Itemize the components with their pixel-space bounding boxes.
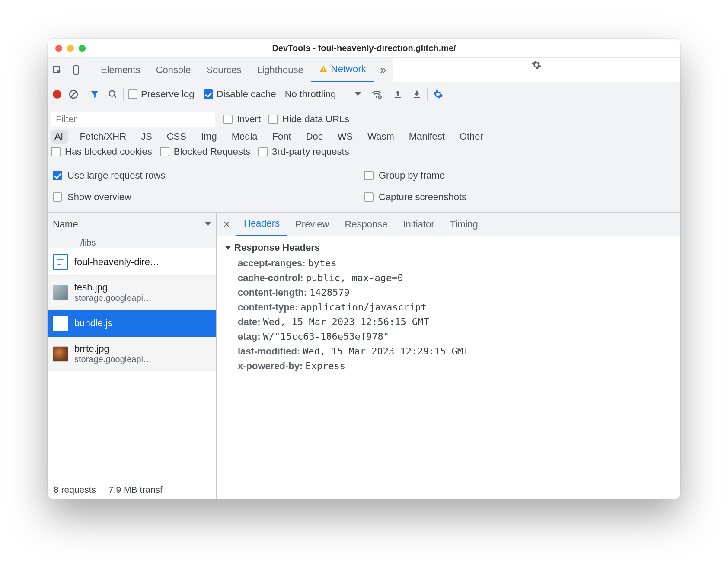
request-detail-pane: ✕ HeadersPreviewResponseInitiatorTiming … [217, 213, 680, 499]
type-chip-fetchxhr[interactable]: Fetch/XHR [76, 130, 130, 144]
type-chip-ws[interactable]: WS [334, 130, 356, 144]
request-domain: storage.googleapi… [74, 354, 152, 364]
detail-tab-initiator[interactable]: Initiator [395, 213, 442, 236]
device-toolbar-icon[interactable] [67, 58, 86, 82]
type-chip-other[interactable]: Other [456, 130, 487, 144]
header-value: Wed, 15 Mar 2023 12:56:15 GMT [263, 316, 429, 327]
request-rows: /libs foul-heavenly-dire…fesh.jpgstorage… [48, 236, 216, 480]
detail-tab-response[interactable]: Response [337, 213, 395, 236]
tab-elements[interactable]: Elements [93, 58, 148, 82]
type-chip-img[interactable]: Img [198, 130, 220, 144]
network-conditions-icon[interactable] [370, 88, 383, 100]
upload-har-icon[interactable] [392, 88, 404, 100]
section-label: Response Headers [234, 242, 320, 253]
inspect-element-icon[interactable] [48, 58, 67, 82]
header-row: x-powered-by:Express [238, 361, 673, 372]
type-chip-js[interactable]: JS [137, 130, 156, 144]
request-list-pane: Name /libs foul-heavenly-dire…fesh.jpgst… [48, 213, 217, 499]
throttling-select[interactable]: No throttling [285, 89, 361, 100]
invert-label: Invert [237, 114, 261, 125]
svg-rect-14 [414, 97, 420, 98]
disclosure-triangle-icon [225, 246, 231, 250]
disable-cache-checkbox[interactable] [204, 89, 213, 99]
zoom-window-button[interactable] [79, 45, 86, 52]
tab-sources[interactable]: Sources [198, 58, 249, 82]
has-blocked-cookies-label: Has blocked cookies [65, 146, 152, 157]
document-icon [53, 254, 68, 270]
headers-body: Response Headers accept-ranges:bytescach… [217, 236, 680, 499]
response-headers-section[interactable]: Response Headers [225, 242, 673, 253]
group-by-frame-checkbox[interactable] [364, 171, 374, 180]
blocked-requests-checkbox[interactable] [160, 147, 169, 156]
request-row[interactable]: foul-heavenly-dire… [48, 248, 216, 276]
detail-tab-timing[interactable]: Timing [442, 213, 486, 236]
svg-rect-3 [323, 70, 324, 71]
svg-line-8 [70, 91, 77, 97]
svg-rect-2 [323, 68, 324, 70]
request-name: bundle.js [74, 318, 112, 329]
requests-count: 8 requests [48, 480, 102, 499]
header-row: etag:W/"15cc63-186e53ef978" [238, 331, 673, 342]
header-row: content-length:1428579 [238, 287, 673, 298]
close-window-button[interactable] [55, 45, 62, 52]
type-chip-doc[interactable]: Doc [303, 130, 326, 144]
resource-type-filters: AllFetch/XHRJSCSSImgMediaFontDocWSWasmMa… [51, 130, 677, 144]
detail-tab-headers[interactable]: Headers [236, 213, 287, 236]
header-value: Express [305, 361, 345, 371]
type-chip-css[interactable]: CSS [163, 130, 190, 144]
hide-data-urls-checkbox[interactable] [268, 115, 278, 124]
panel-tabs: Elements Console Sources Lighthouse Netw… [48, 58, 680, 82]
record-button[interactable] [51, 88, 63, 100]
large-rows-label: Use large request rows [67, 170, 165, 181]
request-row[interactable]: fesh.jpgstorage.googleapi… [48, 276, 216, 310]
tab-lighthouse[interactable]: Lighthouse [249, 58, 311, 82]
capture-screenshots-checkbox[interactable] [364, 192, 374, 202]
svg-point-9 [109, 90, 115, 96]
preserve-log-checkbox[interactable] [128, 89, 137, 99]
disable-cache-label: Disable cache [217, 89, 276, 100]
request-row[interactable]: bundle.js [48, 310, 216, 337]
type-chip-media[interactable]: Media [228, 130, 261, 144]
request-domain: storage.googleapi… [74, 293, 152, 303]
blocked-requests-label: Blocked Requests [174, 146, 250, 157]
filter-input[interactable] [51, 112, 215, 127]
group-by-frame-label: Group by frame [379, 170, 445, 181]
tab-label: Elements [101, 64, 140, 76]
image-thumb-icon [53, 346, 68, 362]
network-settings-gear-icon[interactable] [432, 88, 444, 100]
type-chip-font[interactable]: Font [269, 130, 295, 144]
name-column-header[interactable]: Name [48, 213, 216, 236]
clear-icon[interactable] [67, 88, 80, 100]
header-row: date:Wed, 15 Mar 2023 12:56:15 GMT [238, 316, 673, 328]
header-value: bytes [308, 258, 337, 268]
minimize-window-button[interactable] [67, 45, 74, 52]
tab-label: Network [331, 64, 366, 75]
chevron-down-icon [355, 92, 361, 96]
more-tabs-icon[interactable]: » [374, 58, 393, 82]
download-har-icon[interactable] [411, 88, 423, 100]
header-key: x-powered-by: [238, 361, 303, 371]
request-name: brrto.jpg [74, 343, 152, 354]
request-row[interactable]: brrto.jpgstorage.googleapi… [48, 337, 216, 371]
type-chip-manifest[interactable]: Manifest [406, 130, 448, 144]
devtools-window: DevTools - foul-heavenly-direction.glitc… [48, 39, 680, 499]
tab-label: Lighthouse [257, 64, 303, 76]
type-chip-wasm[interactable]: Wasm [364, 130, 398, 144]
filter-funnel-icon[interactable] [89, 88, 101, 100]
header-key: accept-ranges: [238, 258, 306, 268]
invert-checkbox[interactable] [223, 115, 233, 124]
search-icon[interactable] [107, 88, 119, 100]
large-rows-checkbox[interactable] [53, 171, 62, 180]
detail-tabs: ✕ HeadersPreviewResponseInitiatorTiming [217, 213, 680, 236]
third-party-checkbox[interactable] [258, 147, 268, 156]
header-key: date: [238, 316, 261, 327]
has-blocked-cookies-checkbox[interactable] [51, 147, 61, 156]
show-overview-checkbox[interactable] [53, 192, 62, 202]
tab-console[interactable]: Console [148, 58, 199, 82]
tab-network[interactable]: Network [311, 58, 374, 82]
detail-tab-preview[interactable]: Preview [287, 213, 337, 236]
close-detail-icon[interactable]: ✕ [217, 219, 236, 230]
capture-screenshots-label: Capture screenshots [379, 191, 466, 203]
type-chip-all[interactable]: All [51, 130, 68, 144]
request-row-peek: /libs [48, 236, 216, 248]
